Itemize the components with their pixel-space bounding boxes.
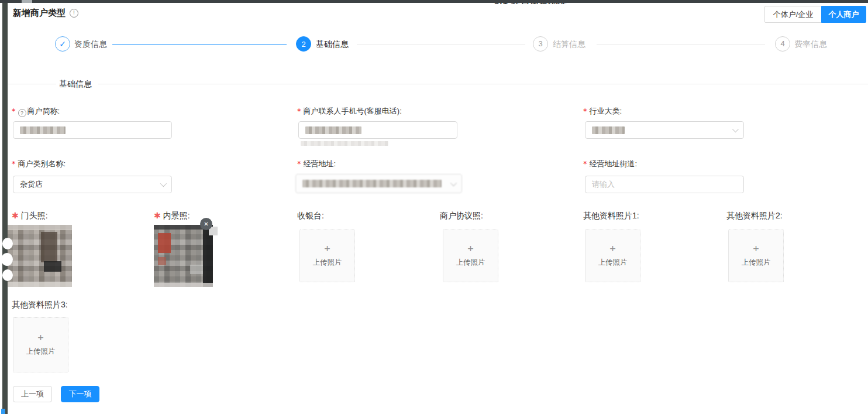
background-left-strip: [2, 0, 8, 414]
redaction-artifact: [301, 141, 388, 146]
merchant-short-name-label-text: 商户简称:: [27, 107, 60, 115]
toggle-personal-merchant-button[interactable]: 个人商户: [821, 6, 866, 23]
section-divider-left: [8, 84, 56, 84]
step-connector-1: [112, 44, 287, 45]
contact-phone-input[interactable]: [298, 121, 457, 139]
storefront-photo-thumbnail[interactable]: [8, 225, 72, 287]
business-address-cascader[interactable]: [295, 174, 462, 193]
required-marker: *: [583, 159, 587, 168]
chevron-down-icon: [160, 180, 167, 187]
business-address-label: *经营地址:: [297, 159, 336, 169]
merchant-category-label: *商户类别名称:: [12, 159, 66, 169]
page-title: 新增商户类型!: [13, 8, 78, 19]
toggle-individual-enterprise-button[interactable]: 个体户/企业: [764, 6, 822, 23]
redaction-blob: [1, 253, 13, 266]
upload-photo-text: 上传照片: [313, 258, 342, 268]
step-connector-3: [597, 44, 765, 45]
section-title: 基础信息: [57, 79, 94, 90]
required-marker: ✱: [12, 211, 19, 220]
step-1-label: 资质信息: [74, 36, 107, 52]
step-2-circle: 2: [296, 36, 311, 52]
merchant-category-select[interactable]: 杂货店: [13, 176, 172, 193]
other-photo-3-label: 其他资料照片3:: [12, 300, 68, 310]
cashier-photo-upload[interactable]: + 上传照片: [299, 230, 355, 282]
redacted-value: [305, 126, 361, 134]
upload-photo-text: 上传照片: [598, 258, 628, 268]
next-step-button[interactable]: 下一项: [61, 386, 99, 402]
other-photo-1-label: 其他资料照片1:: [583, 211, 639, 221]
required-marker: *: [297, 107, 301, 115]
background-top-notch: [22, 0, 32, 3]
redacted-value: [20, 126, 66, 134]
redaction-blob: [2, 269, 13, 281]
photo-pixel-patch: [154, 283, 213, 287]
chevron-down-icon: [450, 179, 457, 186]
photo-pixel-patch: [8, 282, 72, 287]
check-icon: ✓: [59, 39, 66, 49]
remove-interior-photo-button[interactable]: ✕: [200, 218, 212, 230]
step-3-circle: 3: [533, 36, 548, 52]
upload-photo-text: 上传照片: [456, 258, 485, 268]
plus-icon: +: [37, 333, 44, 343]
photo-pixel-patch: [190, 265, 203, 274]
cashier-photo-label: 收银台:: [297, 211, 324, 221]
contact-phone-label: *商户联系人手机号(客服电话):: [297, 106, 402, 117]
photo-pixel-patch: [44, 261, 61, 272]
step-connector-2: [357, 44, 525, 45]
industry-category-select[interactable]: [585, 121, 744, 139]
redacted-value: [592, 126, 625, 134]
merchant-short-name-input[interactable]: [13, 121, 172, 139]
storefront-photo-label: ✱门头照:: [12, 211, 48, 221]
step-1-circle: ✓: [55, 36, 70, 52]
interior-photo-label: ✱内景照:: [154, 211, 190, 221]
contact-phone-label-text: 商户联系人手机号(客服电话):: [304, 107, 402, 115]
page-title-text: 新增商户类型: [13, 8, 66, 18]
plus-icon: +: [467, 244, 474, 254]
photo-pixel-patch: [158, 233, 171, 253]
upload-photo-text: 上传照片: [742, 258, 771, 268]
question-circle-icon[interactable]: ?: [18, 109, 26, 117]
agreement-photo-upload[interactable]: + 上传照片: [443, 230, 498, 282]
interior-photo-label-text: 内景照:: [163, 211, 190, 220]
address-street-placeholder: 请输入: [592, 179, 615, 190]
redacted-value: [302, 180, 442, 187]
required-marker: *: [12, 159, 16, 168]
background-bottom-mark: [1, 409, 5, 414]
address-street-label: *经营地址街道:: [583, 159, 637, 169]
business-address-label-text: 经营地址:: [304, 159, 336, 168]
step-2-label: 基础信息: [316, 36, 349, 52]
step-4-circle: 4: [775, 36, 790, 52]
redaction-blob: [2, 238, 13, 249]
previous-step-button[interactable]: 上一项: [13, 386, 52, 402]
required-marker: *: [12, 107, 16, 115]
close-icon: ✕: [204, 221, 208, 227]
other-photo-2-label: 其他资料照片2:: [726, 211, 783, 221]
step-3-label: 结算信息: [553, 36, 585, 52]
section-divider-right: [98, 84, 868, 84]
required-marker: *: [583, 107, 587, 115]
plus-icon: +: [753, 244, 759, 254]
photo-pixel-patch: [154, 225, 203, 230]
plus-icon: +: [324, 244, 330, 254]
plus-icon: +: [609, 244, 616, 254]
other-photo-2-upload[interactable]: + 上传照片: [728, 230, 784, 282]
address-street-input[interactable]: 请输入: [585, 176, 744, 193]
merchant-short-name-label: *?商户简称:: [12, 106, 60, 117]
required-marker: ✱: [154, 211, 161, 220]
interior-photo-thumbnail[interactable]: [154, 225, 213, 287]
industry-category-label-text: 行业大类:: [590, 107, 622, 115]
agreement-photo-label: 商户协议照:: [440, 211, 483, 221]
chevron-down-icon: [732, 126, 739, 132]
photo-pixel-patch: [158, 257, 166, 265]
step-4-label: 费率信息: [794, 36, 827, 52]
merchant-category-value: 杂货店: [20, 179, 43, 190]
storefront-photo-label-text: 门头照:: [21, 211, 48, 220]
industry-category-label: *行业大类:: [583, 106, 622, 117]
other-photo-1-upload[interactable]: + 上传照片: [585, 230, 640, 282]
merchant-category-label-text: 商户类别名称:: [18, 159, 66, 168]
info-circle-icon[interactable]: !: [70, 9, 78, 18]
other-photo-3-upload[interactable]: + 上传照片: [13, 317, 68, 372]
address-street-label-text: 经营地址街道:: [590, 159, 638, 168]
background-top-strip: [0, 0, 868, 3]
merchant-form-page: 8.1 经营街道地址 新增商户类型! 个体户/企业 个人商户 ✓ 资质信息 2 …: [0, 0, 868, 414]
